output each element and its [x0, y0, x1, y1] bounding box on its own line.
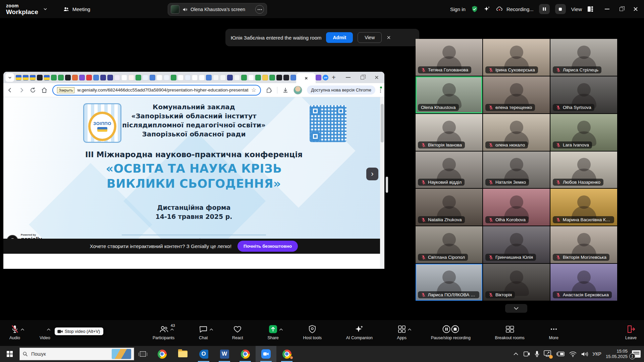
toolbar-ai-companion-button[interactable]: AI Companion	[346, 324, 373, 340]
tab-close-icon[interactable]	[305, 77, 308, 80]
pinned-tab-favicon[interactable]	[23, 75, 29, 80]
minimize-button[interactable]	[605, 9, 609, 9]
toolbar-audio-button[interactable]: Audio	[9, 324, 20, 340]
pinned-tab-favicon[interactable]	[171, 75, 176, 80]
zoom-tab-favicon[interactable]: zm	[323, 75, 328, 80]
taskbar-clock[interactable]: 15:05 15.05.2025	[606, 349, 628, 359]
promo-start-free-button[interactable]: Почніть безкоштовно	[237, 241, 298, 252]
chrome-update-pill[interactable]: Доступна нова версія Chrome	[307, 85, 375, 95]
active-tab[interactable]	[296, 73, 316, 83]
participant-tile[interactable]: Вікторія Іванова	[416, 114, 482, 151]
pinned-tab-favicon[interactable]	[290, 75, 296, 80]
pinned-tab-favicon[interactable]	[136, 75, 141, 80]
toolbar-leave-button[interactable]: Leave	[625, 324, 637, 340]
download-icon[interactable]	[282, 87, 289, 94]
pinned-tab-favicon[interactable]	[283, 75, 289, 80]
pinned-tab-favicon[interactable]	[121, 75, 127, 80]
participant-tile[interactable]: Nataliia Zhukova	[416, 189, 482, 226]
participant-tile[interactable]: Наталія Земко	[483, 152, 550, 188]
chevron-up-icon[interactable]	[279, 328, 283, 331]
browser-minimize-button[interactable]	[346, 77, 351, 78]
pinned-tab-favicon[interactable]	[234, 75, 240, 80]
participant-tile[interactable]: Гринчишина Юлія	[483, 226, 550, 263]
tray-volume-icon[interactable]	[581, 351, 588, 357]
extensions-icon[interactable]	[266, 87, 272, 94]
banner-close-icon[interactable]	[387, 36, 391, 39]
browser-scrollbar[interactable]	[380, 97, 384, 269]
participant-tile[interactable]: Вікторія Могілевська	[550, 226, 617, 263]
screen-share-pill[interactable]: Olena Khaustova's screen	[168, 3, 267, 16]
pinned-tab-favicon[interactable]	[255, 75, 261, 80]
toolbar-record-button[interactable]: Pause/stop recording	[431, 324, 471, 340]
forward-icon[interactable]	[18, 87, 25, 94]
close-button[interactable]	[633, 7, 638, 11]
taskbar-app-word[interactable]: W	[214, 346, 235, 362]
pinned-tab-favicon[interactable]	[150, 75, 155, 80]
toolbar-breakout-button[interactable]: Breakout rooms	[495, 324, 525, 340]
pinned-tab-favicon[interactable]	[276, 75, 282, 80]
chevron-down-icon[interactable]	[43, 7, 48, 11]
chevron-up-icon[interactable]	[408, 328, 412, 331]
view-button-label[interactable]: View	[571, 6, 582, 12]
browser-profile-avatar[interactable]	[293, 86, 302, 95]
pinned-tab-favicon[interactable]	[316, 75, 321, 80]
toolbar-video-button[interactable]: Video	[40, 324, 50, 340]
tray-camera-icon[interactable]	[523, 351, 530, 357]
toolbar-apps-button[interactable]: Apps	[397, 324, 407, 340]
notification-center-icon[interactable]: 1	[632, 350, 641, 358]
pinned-tab-favicon[interactable]	[185, 75, 191, 80]
outer-scrollbar-thumb[interactable]	[386, 177, 388, 193]
pinned-tab-favicon[interactable]	[51, 75, 57, 80]
taskbar-app-outlook[interactable]: O	[193, 346, 214, 362]
taskbar-app-explorer[interactable]	[172, 346, 193, 362]
participant-tile[interactable]: Світлана Сіропол	[416, 226, 482, 263]
new-tab-button[interactable]: +	[332, 74, 336, 81]
pause-recording-button[interactable]	[539, 4, 550, 14]
pinned-tab-favicon[interactable]	[192, 75, 198, 80]
tray-wifi-icon[interactable]	[569, 351, 577, 357]
participant-tile[interactable]: Науковий відділ	[416, 152, 482, 188]
pinned-tab-favicon[interactable]	[93, 75, 99, 80]
participant-tile[interactable]: олена нюкало	[483, 114, 550, 151]
taskbar-app-chrome-2[interactable]	[235, 346, 256, 362]
pinned-tab-favicon[interactable]	[30, 75, 36, 80]
pinned-tab-favicon[interactable]	[199, 75, 205, 80]
participant-tile[interactable]: Olha Syrtsova	[550, 76, 617, 113]
bookmark-star-icon[interactable]: ☆	[251, 86, 256, 94]
pinned-tab-favicon[interactable]	[248, 75, 254, 80]
pinned-tab-favicon[interactable]	[227, 75, 233, 80]
pinned-tab-favicon[interactable]	[16, 75, 21, 80]
participant-tile[interactable]: Анастасія Берковська	[550, 264, 617, 301]
toolbar-chat-button[interactable]: Chat	[199, 324, 208, 340]
browser-restore-button[interactable]	[361, 76, 364, 79]
pinned-tab-favicon[interactable]	[79, 75, 85, 80]
pinned-tab-favicon[interactable]	[262, 75, 268, 80]
taskbar-app-chrome-profile[interactable]	[276, 346, 297, 362]
pinned-tab-favicon[interactable]	[107, 75, 113, 80]
restore-button[interactable]	[620, 7, 623, 11]
toolbar-more-button[interactable]: More	[549, 324, 558, 340]
pinned-tab-favicon[interactable]	[128, 75, 134, 80]
pinned-tab-favicon[interactable]	[143, 75, 148, 80]
reload-icon[interactable]	[30, 87, 36, 94]
scrollbar-thumb[interactable]	[381, 104, 384, 142]
chevron-up-icon[interactable]	[20, 328, 24, 331]
admit-button[interactable]: Admit	[326, 32, 353, 43]
ai-sparkle-icon[interactable]	[484, 6, 490, 12]
next-slide-button[interactable]: ›	[366, 168, 378, 180]
tab-meeting[interactable]: Meeting	[63, 6, 90, 12]
grid-collapse-button[interactable]	[505, 304, 527, 313]
chevron-up-icon[interactable]	[170, 328, 174, 331]
taskbar-app-zoom[interactable]	[256, 346, 276, 362]
tray-chevron-up-icon[interactable]	[513, 352, 519, 356]
tab-search-chevron[interactable]	[5, 73, 14, 82]
pinned-tab-favicon[interactable]	[86, 75, 92, 80]
pinned-tab-favicon[interactable]	[100, 75, 106, 80]
banner-view-button[interactable]: View	[358, 32, 382, 43]
pinned-tab-favicon[interactable]	[58, 75, 64, 80]
pinned-tab-favicon[interactable]	[206, 75, 212, 80]
tray-battery-icon[interactable]	[556, 352, 565, 356]
view-layout-icon[interactable]	[587, 6, 593, 12]
participant-tile[interactable]: Лариса Стрілець	[550, 39, 617, 76]
screen-share-options-button[interactable]	[255, 5, 264, 14]
